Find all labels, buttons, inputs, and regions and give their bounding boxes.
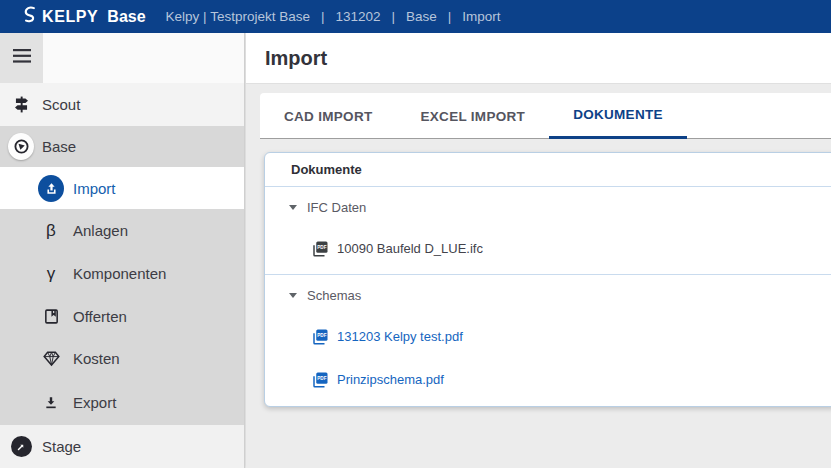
tree-group-label: IFC Daten [307,200,366,215]
file-document-icon: PDF [311,240,329,258]
upload-circle-icon [38,175,64,202]
tab-dokumente[interactable]: DOKUMENTE [549,93,687,139]
sidebar-item-base[interactable]: Base [0,126,244,167]
tree-group-toggle[interactable]: IFC Daten [265,187,831,227]
sidebar-item-label: Kosten [73,350,120,367]
breadcrumb-separator: | [321,9,325,24]
tree-group-ifc-daten: IFC Daten PDF 10090 Baufeld D_LUE.ifc [265,187,831,275]
file-item[interactable]: PDF 10090 Baufeld D_LUE.ifc [265,227,831,270]
book-icon [38,308,64,325]
tree-group-label: Schemas [307,288,361,303]
panel-title: Dokumente [265,153,831,187]
svg-text:PDF: PDF [317,333,326,338]
hamburger-icon [13,49,31,67]
file-item[interactable]: PDF 131203 Kelpy test.pdf [265,315,831,358]
breadcrumb-project[interactable]: Kelpy | Testprojekt Base [166,9,310,24]
menu-toggle-button[interactable] [0,33,43,83]
sidebar-item-export[interactable]: Export [0,380,244,425]
breadcrumb-page[interactable]: Import [462,9,500,24]
breadcrumb-separator: | [448,9,452,24]
top-app-bar: KELPY Base Kelpy | Testprojekt Base | 13… [0,0,831,33]
sidebar-item-label: Offerten [73,308,127,325]
file-name: Prinzipschema.pdf [337,372,444,387]
signpost-icon [8,95,34,114]
caret-down-icon [288,202,298,212]
sidebar-item-label: Export [73,394,116,411]
download-icon [38,394,64,411]
beta-icon: β [38,222,64,239]
sidebar: Scout Base [0,33,245,468]
app-logo[interactable]: KELPY Base [22,5,146,29]
breadcrumb-separator: | [392,9,396,24]
kelpy-logo-icon [22,5,37,29]
diamond-icon [38,350,64,367]
sidebar-item-label: Stage [42,438,81,455]
file-name: 10090 Baufeld D_LUE.ifc [337,241,483,256]
navigation-circle-icon [8,436,34,457]
app-window: KELPY Base Kelpy | Testprojekt Base | 13… [0,0,831,468]
sidebar-item-offerten[interactable]: Offerten [0,295,244,337]
breadcrumb: Kelpy | Testprojekt Base | 131202 | Base… [166,9,501,24]
sidebar-item-komponenten[interactable]: γ Komponenten [0,252,244,295]
sidebar-item-kosten[interactable]: Kosten [0,337,244,380]
pdf-file-icon: PDF [311,328,329,346]
sidebar-item-label: Scout [42,96,80,113]
tab-cad-import[interactable]: CAD IMPORT [260,93,397,139]
page-header: Import [246,33,831,84]
tab-excel-import[interactable]: EXCEL IMPORT [397,93,550,139]
sidebar-item-label: Komponenten [73,265,166,282]
sidebar-item-import[interactable]: Import [0,167,244,209]
brand-name: KELPY [42,8,98,26]
pdf-file-icon: PDF [311,371,329,389]
brand-suffix: Base [107,8,145,26]
tree-group-schemas: Schemas PDF 131203 Kelpy test.pdf [265,275,831,405]
page-title: Import [265,47,327,70]
sidebar-item-anlagen[interactable]: β Anlagen [0,209,244,252]
svg-text:PDF: PDF [317,376,326,381]
gamma-icon: γ [38,265,64,282]
sidebar-top-strip [0,33,244,83]
breadcrumb-id[interactable]: 131202 [335,9,380,24]
import-tabs: CAD IMPORT EXCEL IMPORT DOKUMENTE [260,93,831,139]
file-name: 131203 Kelpy test.pdf [337,329,463,344]
svg-text:PDF: PDF [317,245,326,250]
tree-group-toggle[interactable]: Schemas [265,275,831,315]
sidebar-item-scout[interactable]: Scout [0,83,244,126]
caret-down-icon [288,290,298,300]
sidebar-item-label: Anlagen [73,222,128,239]
file-item[interactable]: PDF Prinzipschema.pdf [265,358,831,401]
dokumente-panel: Dokumente IFC Daten PDF [264,152,831,407]
base-sphere-icon [8,133,34,160]
sidebar-item-label: Import [73,180,116,197]
sidebar-item-label: Base [42,138,76,155]
breadcrumb-module[interactable]: Base [406,9,437,24]
main-content: Import CAD IMPORT EXCEL IMPORT DOKUMENTE… [246,33,831,468]
sidebar-item-stage[interactable]: Stage [0,425,244,468]
